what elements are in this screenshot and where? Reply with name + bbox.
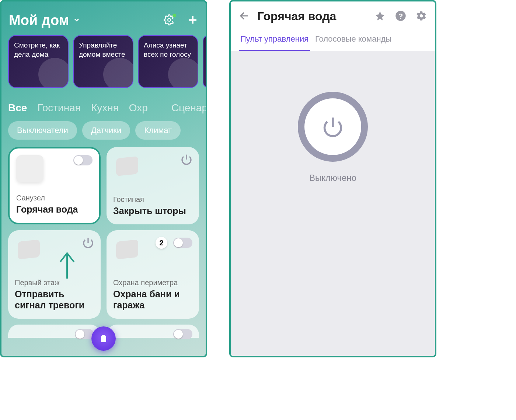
- tab-all[interactable]: Все: [8, 102, 27, 114]
- device-name: Отправить сигнал тревоги: [15, 288, 94, 311]
- tab-control[interactable]: Пульт управления: [239, 30, 310, 51]
- home-screen: Мой дом Смотрите, как дела дома Управляй…: [0, 0, 207, 357]
- room-tabs: Все Гостиная Кухня Охр Сценарии: [1, 91, 206, 121]
- phone-icon: [103, 58, 133, 88]
- tab-kitchen[interactable]: Кухня: [91, 102, 119, 114]
- svg-text:?: ?: [398, 12, 403, 20]
- promo-text: Управляйте домом вместе: [79, 41, 125, 58]
- room-label: Гостиная: [113, 195, 192, 204]
- promo-text: Смотрите, как дела дома: [14, 41, 60, 58]
- header-actions: [164, 14, 198, 27]
- arrow-left-icon[interactable]: [239, 10, 250, 23]
- switch-icon: [16, 155, 43, 182]
- detail-title: Горячая вода: [257, 10, 367, 23]
- detail-actions: ?: [374, 10, 427, 23]
- svg-point-0: [168, 18, 171, 21]
- notification-dot: [172, 14, 176, 17]
- hub-icon: [15, 237, 42, 264]
- settings-icon[interactable]: [416, 10, 427, 23]
- device-detail-screen: Горячая вода ? Пульт управления Голосовы…: [229, 0, 436, 357]
- power-icon[interactable]: [82, 237, 94, 250]
- gear-icon[interactable]: [164, 14, 175, 27]
- chip-switches[interactable]: Выключатели: [8, 121, 77, 140]
- alice-button[interactable]: [91, 326, 116, 351]
- chip-climate[interactable]: Климат: [135, 121, 181, 140]
- device-count-badge: 2: [156, 237, 167, 249]
- promo-text: Алиса узнает всех по голосу: [144, 41, 191, 58]
- star-icon[interactable]: [374, 10, 386, 23]
- help-icon[interactable]: ?: [395, 10, 406, 23]
- device-card-hot-water[interactable]: Санузел Горячая вода: [8, 147, 101, 224]
- home-header: Мой дом: [1, 1, 206, 32]
- detail-body: Выключено: [231, 51, 435, 356]
- tab-voice-commands[interactable]: Голосовые команды: [314, 30, 393, 51]
- tab-living-room[interactable]: Гостиная: [37, 102, 81, 114]
- promo-carousel[interactable]: Смотрите, как дела дома Управляйте домом…: [1, 32, 206, 91]
- speaker-icon: [168, 58, 198, 88]
- chip-sensors[interactable]: Датчики: [82, 121, 130, 140]
- home-title: Мой дом: [9, 13, 69, 28]
- room-label: Санузел: [16, 194, 93, 202]
- room-label: Охрана периметра: [113, 279, 192, 287]
- tab-scenarios[interactable]: Сценарии: [171, 102, 206, 114]
- device-grid: Санузел Горячая вода Гостиная Закрыть шт…: [1, 147, 206, 319]
- detail-header: Горячая вода ?: [231, 1, 435, 27]
- promo-card[interactable]: Управляйте домом вместе: [73, 35, 133, 88]
- alice-icon: [101, 335, 106, 342]
- home-title-dropdown[interactable]: Мой дом: [9, 13, 80, 28]
- toggle-switch[interactable]: [173, 329, 192, 339]
- device-card-guard[interactable]: 2 Охрана периметра Охрана бани и гаража: [107, 230, 199, 319]
- camera-icon: [38, 58, 69, 88]
- plus-icon[interactable]: [187, 14, 198, 27]
- hub-icon: [113, 154, 140, 181]
- promo-card[interactable]: Алиса узнает всех по голосу: [138, 35, 198, 88]
- toggle-switch[interactable]: [173, 238, 192, 248]
- toggle-switch[interactable]: [73, 155, 93, 165]
- hub-icon: [113, 237, 140, 264]
- detail-tabs: Пульт управления Голосовые команды: [231, 27, 435, 51]
- power-state-label: Выключено: [309, 173, 356, 183]
- tab-security[interactable]: Охр: [129, 102, 148, 114]
- promo-card[interactable]: Н: [203, 35, 206, 88]
- device-card-partial[interactable]: [107, 325, 199, 338]
- device-card-curtains[interactable]: Гостиная Закрыть шторы: [107, 147, 199, 224]
- power-button[interactable]: [298, 92, 368, 162]
- filter-chips: Выключатели Датчики Климат: [1, 121, 206, 147]
- device-name: Закрыть шторы: [113, 205, 192, 216]
- device-card-partial[interactable]: [8, 325, 101, 338]
- promo-card[interactable]: Смотрите, как дела дома: [8, 35, 69, 88]
- device-card-alarm[interactable]: Первый этаж Отправить сигнал тревоги: [8, 230, 101, 319]
- device-name: Горячая вода: [16, 204, 93, 215]
- room-label: Первый этаж: [15, 279, 94, 287]
- chevron-down-icon: [73, 16, 80, 25]
- power-icon[interactable]: [181, 154, 192, 167]
- device-name: Охрана бани и гаража: [113, 288, 192, 311]
